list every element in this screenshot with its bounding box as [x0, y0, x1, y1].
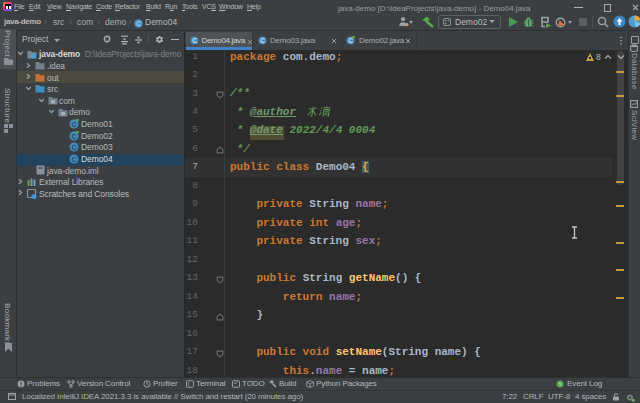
svg-text:C: C [348, 37, 353, 44]
svg-text:C: C [72, 121, 77, 128]
svg-text:C: C [72, 132, 77, 139]
svg-text:C: C [192, 37, 197, 44]
svg-text:C: C [260, 37, 265, 44]
svg-text:C: C [136, 19, 141, 26]
svg-text:C: C [72, 144, 77, 151]
svg-text:C: C [72, 156, 77, 163]
